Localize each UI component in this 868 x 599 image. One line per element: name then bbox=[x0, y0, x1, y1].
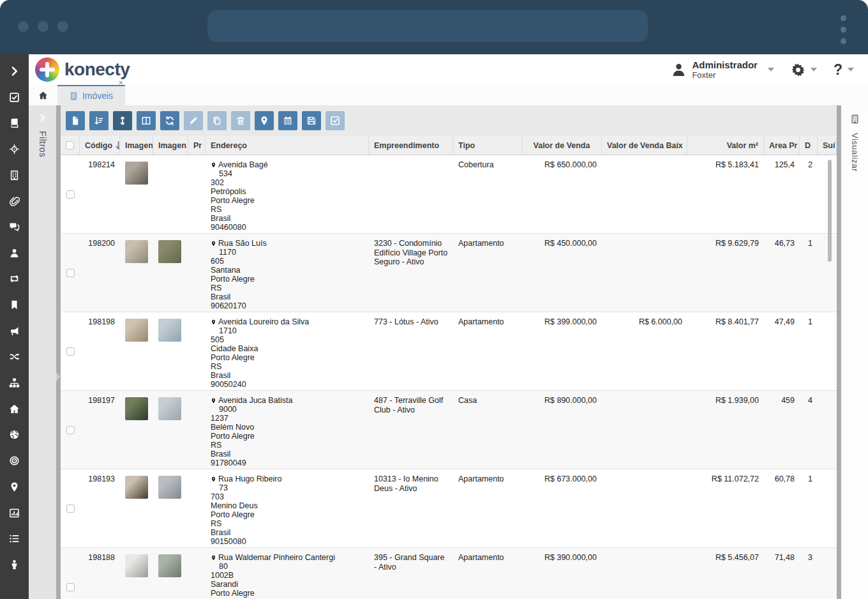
address-bar[interactable] bbox=[207, 10, 648, 42]
col-header-label: Valor m² bbox=[727, 141, 758, 150]
sidebar-item-list[interactable] bbox=[0, 526, 29, 552]
tab-imoveis[interactable]: × Imóveis bbox=[57, 85, 125, 105]
sidebar-item-home[interactable] bbox=[0, 396, 29, 422]
arrows-vertical-button[interactable] bbox=[113, 111, 132, 130]
sidebar-item-bullseye[interactable] bbox=[0, 448, 29, 474]
col-header-area_privativa[interactable]: Area Pr bbox=[764, 136, 800, 155]
sidebar-item-bookmark[interactable] bbox=[0, 292, 29, 318]
sidebar-item-sitemap[interactable] bbox=[0, 370, 29, 396]
splitter-handle-icon[interactable] bbox=[56, 372, 60, 381]
sidebar-item-map-marker[interactable] bbox=[0, 474, 29, 500]
property-photo[interactable] bbox=[158, 397, 181, 420]
map-marker-icon bbox=[211, 239, 216, 248]
col-header-valor_venda_baixo[interactable]: Valor de Venda Baix bbox=[602, 136, 687, 155]
col-header-endereco[interactable]: Endereço bbox=[206, 136, 369, 155]
right-splitter[interactable] bbox=[837, 105, 841, 599]
help-menu[interactable]: ? bbox=[834, 61, 854, 79]
sidebar-item-bullhorn[interactable] bbox=[0, 318, 29, 344]
window-controls[interactable] bbox=[18, 21, 68, 32]
property-photo[interactable] bbox=[158, 554, 181, 577]
sidebar-item-book[interactable] bbox=[0, 110, 29, 136]
cell-area_privativa: 71,48 bbox=[764, 548, 800, 599]
columns-icon bbox=[141, 116, 151, 126]
col-header-select[interactable] bbox=[61, 136, 80, 155]
address-line: 605 bbox=[211, 257, 364, 266]
user-menu[interactable]: Administrador Foxter bbox=[671, 59, 774, 80]
property-photo[interactable] bbox=[125, 397, 148, 420]
browser-menu-icon[interactable] bbox=[841, 15, 846, 44]
sidebar-item-chevron-right[interactable] bbox=[0, 58, 29, 84]
col-header-empreendimento[interactable]: Empreendimento bbox=[369, 136, 453, 155]
paperclip-icon bbox=[9, 195, 20, 206]
col-header-imagem2[interactable]: Imagen bbox=[153, 136, 188, 155]
col-header-suites[interactable]: Suí bbox=[818, 136, 837, 155]
col-header-codigo[interactable]: Código bbox=[80, 136, 120, 155]
row-checkbox[interactable] bbox=[66, 347, 75, 356]
sidebar-item-building[interactable] bbox=[0, 162, 29, 188]
cell-endereco: Rua São Luís1170605SantanaPorto AlegreRS… bbox=[206, 234, 369, 312]
row-checkbox[interactable] bbox=[66, 269, 75, 277]
logo[interactable]: konecty bbox=[35, 57, 130, 82]
window-dot-icon[interactable] bbox=[57, 21, 68, 32]
tab-close-icon[interactable]: × bbox=[118, 78, 123, 87]
col-header-valor_m2[interactable]: Valor m² bbox=[687, 136, 764, 155]
col-header-pr[interactable]: Pr bbox=[188, 136, 206, 155]
columns-button[interactable] bbox=[137, 111, 156, 130]
property-photo[interactable] bbox=[158, 319, 181, 342]
col-header-tipo[interactable]: Tipo bbox=[453, 136, 522, 155]
settings-menu[interactable] bbox=[791, 63, 817, 77]
left-splitter[interactable] bbox=[56, 105, 61, 599]
property-photo[interactable] bbox=[125, 554, 148, 577]
tab-home[interactable] bbox=[29, 85, 57, 105]
cell-area_privativa: 60,78 bbox=[764, 469, 800, 547]
sidebar-item-user[interactable] bbox=[0, 240, 29, 266]
property-photo[interactable] bbox=[158, 240, 181, 263]
row-checkbox[interactable] bbox=[66, 504, 75, 513]
save-button[interactable] bbox=[302, 111, 321, 130]
row-checkbox[interactable] bbox=[66, 583, 75, 591]
select-all-checkbox[interactable] bbox=[66, 141, 74, 149]
window-dot-icon[interactable] bbox=[38, 21, 49, 32]
table-row[interactable]: 198188Rua Waldemar Pinheiro Cantergi8010… bbox=[61, 548, 837, 599]
sidebar-item-comments[interactable] bbox=[0, 214, 29, 240]
address-line: Menino Deus bbox=[211, 501, 364, 510]
address-line: Brasil bbox=[211, 528, 364, 537]
sidebar-item-paperclip[interactable] bbox=[0, 188, 29, 214]
table-row[interactable]: 198200Rua São Luís1170605SantanaPorto Al… bbox=[61, 234, 837, 312]
sidebar-item-bar-chart[interactable] bbox=[0, 500, 29, 526]
sidebar-item-check-square[interactable] bbox=[0, 84, 29, 110]
property-photo[interactable] bbox=[125, 162, 148, 185]
property-photo[interactable] bbox=[125, 476, 148, 499]
table-row[interactable]: 198198Avenida Loureiro da Silva1710505Ci… bbox=[61, 312, 837, 391]
preview-collapsed-panel[interactable]: Visualizar bbox=[841, 105, 868, 599]
sidebar-item-crosshairs[interactable] bbox=[0, 136, 29, 162]
cell-imagem2 bbox=[153, 155, 188, 233]
address-line: Porto Alegre bbox=[211, 196, 364, 205]
col-header-dormitorios[interactable]: D bbox=[800, 136, 818, 155]
map-marker-button[interactable] bbox=[255, 111, 274, 130]
vertical-scrollbar[interactable] bbox=[828, 160, 832, 262]
sidebar-item-globe[interactable] bbox=[0, 422, 29, 448]
calendar-button[interactable] bbox=[278, 111, 297, 130]
property-photo[interactable] bbox=[125, 319, 148, 342]
row-checkbox[interactable] bbox=[66, 190, 75, 199]
cell-imagem2 bbox=[153, 548, 188, 599]
table-row[interactable]: 198193Rua Hugo Ribeiro73703Menino DeusPo… bbox=[61, 469, 837, 548]
row-checkbox[interactable] bbox=[66, 426, 75, 434]
sort-amount-button[interactable] bbox=[89, 111, 108, 130]
col-header-valor_venda[interactable]: Valor de Venda bbox=[522, 136, 602, 155]
col-header-imagem1[interactable]: Imagen bbox=[120, 136, 153, 155]
cell-tipo: Cobertura bbox=[453, 155, 522, 233]
sidebar-item-person[interactable] bbox=[0, 552, 29, 578]
new-file-button[interactable] bbox=[66, 111, 85, 130]
cell-empreendimento: 3230 - Condomínio Edifício Village Porto… bbox=[369, 234, 453, 312]
sidebar-item-recurrence[interactable] bbox=[0, 266, 29, 292]
refresh-button[interactable] bbox=[160, 111, 179, 130]
window-dot-icon[interactable] bbox=[18, 21, 29, 32]
filters-collapsed-panel[interactable]: Filtros bbox=[29, 105, 56, 599]
property-photo[interactable] bbox=[158, 476, 181, 499]
property-photo[interactable] bbox=[125, 240, 148, 263]
table-row[interactable]: 198197Avenida Juca Batista90001237Belém … bbox=[61, 391, 837, 469]
sidebar-item-shuffle[interactable] bbox=[0, 344, 29, 370]
table-row[interactable]: 198214Avenida Bagé534302PetrópolisPorto … bbox=[61, 155, 837, 234]
